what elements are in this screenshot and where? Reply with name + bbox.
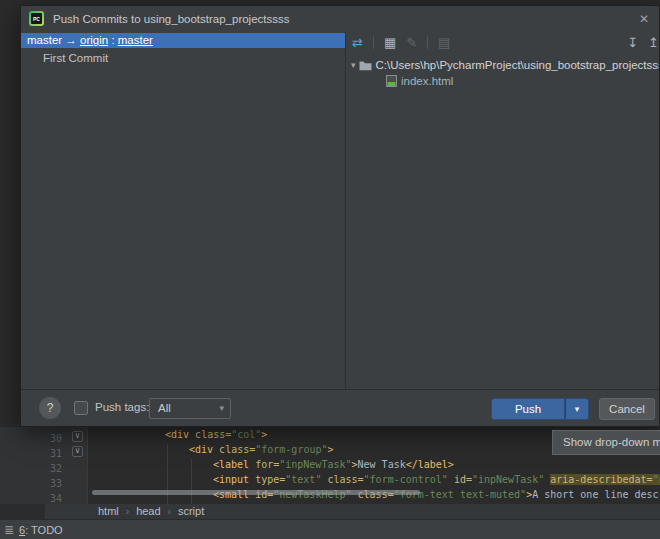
- code-token: >: [261, 429, 267, 440]
- line-number: 31: [0, 448, 62, 459]
- breadcrumb-left-gutter: [0, 504, 45, 519]
- folder-icon: [359, 60, 372, 71]
- code-token: class: [195, 429, 225, 440]
- tags-select[interactable]: All ▾: [149, 398, 231, 419]
- code-token: <div: [189, 444, 219, 455]
- code-token: <input: [213, 474, 255, 485]
- gutter-line: 32: [0, 459, 87, 474]
- breadcrumb-item[interactable]: script: [178, 505, 204, 517]
- push-commits-dialog: PC Push Commits to using_bootstrap_proje…: [20, 5, 660, 427]
- code-token: aria-describedat: [550, 474, 646, 485]
- collapse-all-icon[interactable]: ↥: [648, 36, 659, 49]
- code-token: "col": [231, 429, 261, 440]
- commit-list-panel: master → origin : master First Commit: [21, 31, 346, 390]
- help-button[interactable]: ?: [39, 397, 61, 419]
- save-icon[interactable]: ▤: [438, 36, 450, 49]
- push-tags-label: Push tags:: [95, 401, 149, 413]
- line-number: 33: [0, 478, 62, 489]
- tooltip: Show drop-down menu: [552, 430, 660, 455]
- code-token: <label: [213, 459, 255, 470]
- target-branch-link[interactable]: master: [118, 34, 153, 46]
- code-token: New Task: [358, 459, 406, 470]
- code-token: "inpNewTask": [279, 459, 351, 470]
- code-token: "text": [285, 474, 321, 485]
- html-file-icon: [386, 75, 397, 87]
- breadcrumb: html›head›script: [0, 504, 660, 519]
- breadcrumb-item[interactable]: head: [136, 505, 160, 517]
- code-token: id: [454, 474, 466, 485]
- code-token: for: [255, 459, 273, 470]
- code-token: "new: [653, 474, 660, 485]
- push-button[interactable]: Push: [491, 398, 565, 420]
- origin-link[interactable]: origin: [80, 34, 108, 46]
- code-token: "inpNewTask": [472, 474, 544, 485]
- dialog-footer: ? Push tags: All ▾ Push ▾ Cancel: [21, 389, 659, 426]
- line-number: 34: [0, 493, 62, 504]
- toolbar-divider: [427, 36, 428, 49]
- dialog-title: Push Commits to using_bootstrap_projects…: [53, 13, 290, 25]
- code-token: <div: [165, 429, 195, 440]
- pycharm-logo-icon: PC: [29, 11, 44, 26]
- group-by-icon[interactable]: ▦: [384, 36, 396, 49]
- todo-list-icon: ≣: [4, 523, 14, 537]
- chevron-down-icon: ▾: [219, 403, 224, 413]
- dialog-titlebar[interactable]: PC Push Commits to using_bootstrap_proje…: [21, 6, 659, 31]
- status-bar: ≣ 6: TODO: [0, 519, 660, 539]
- code-token: >: [328, 444, 334, 455]
- cancel-button[interactable]: Cancel: [599, 398, 655, 420]
- fold-marker-icon[interactable]: ∨: [72, 431, 83, 442]
- tree-root-row[interactable]: ▾ C:\Users\hp\PycharmProject\using_boots…: [346, 57, 659, 73]
- line-number: 30: [0, 433, 62, 444]
- line-number: 32: [0, 463, 62, 474]
- gutter-line: 34: [0, 489, 87, 504]
- tags-selected-value: All: [158, 402, 171, 414]
- editor-gutter: 30∨31∨323334: [0, 427, 88, 504]
- edit-icon[interactable]: ✎: [406, 36, 417, 49]
- branch-prefix: master →: [27, 34, 80, 46]
- code-token: "form-control": [364, 474, 448, 485]
- push-tags-checkbox[interactable]: [74, 401, 88, 415]
- branch-separator: :: [108, 34, 118, 46]
- todo-toolwindow-button[interactable]: 6: TODO: [19, 524, 63, 536]
- breadcrumb-separator-icon: ›: [168, 506, 171, 517]
- show-diff-icon[interactable]: ⇄: [352, 36, 363, 49]
- code-line[interactable]: <label for="inpNewTask">New Task</label>: [89, 459, 660, 474]
- code-token: class: [327, 474, 357, 485]
- horizontal-scrollbar[interactable]: [92, 490, 420, 495]
- expand-all-icon[interactable]: ↧: [627, 36, 638, 49]
- file-name: index.html: [401, 73, 453, 89]
- gutter-line: 33: [0, 474, 87, 489]
- code-token: type: [255, 474, 279, 485]
- code-token: "form-group": [255, 444, 327, 455]
- file-tree-panel: ⇄ ▦ ✎ ▤ ↧ ↥ ▾ C:\Users\hp\PycharmP: [346, 31, 659, 390]
- breadcrumb-separator-icon: ›: [126, 506, 129, 517]
- code-token: A short one line descri: [532, 489, 660, 500]
- branch-row-selected[interactable]: master → origin : master: [21, 33, 345, 48]
- code-token: class: [219, 444, 249, 455]
- push-dropdown-button[interactable]: ▾: [565, 398, 589, 420]
- fold-marker-icon[interactable]: ∨: [72, 446, 83, 457]
- code-line[interactable]: <input type="text" class="form-control" …: [89, 474, 660, 489]
- toolbar-divider: [373, 36, 374, 49]
- code-token: =: [647, 474, 653, 485]
- code-token: </label>: [406, 459, 454, 470]
- root-path: C:\Users\hp\PycharmProject\using_bootstr…: [376, 57, 659, 73]
- gutter-line: 30∨: [0, 429, 87, 444]
- close-icon[interactable]: ✕: [637, 12, 651, 26]
- pycharm-window: 30∨31∨323334 <div class="col"><div class…: [0, 0, 660, 539]
- tree-file-row[interactable]: index.html: [346, 73, 659, 89]
- breadcrumb-item[interactable]: html: [98, 505, 119, 517]
- commit-list-item[interactable]: First Commit: [21, 51, 345, 66]
- chevron-down-icon[interactable]: ▾: [351, 57, 356, 73]
- tree-toolbar: ⇄ ▦ ✎ ▤ ↧ ↥: [346, 31, 659, 54]
- gutter-line: 31∨: [0, 444, 87, 459]
